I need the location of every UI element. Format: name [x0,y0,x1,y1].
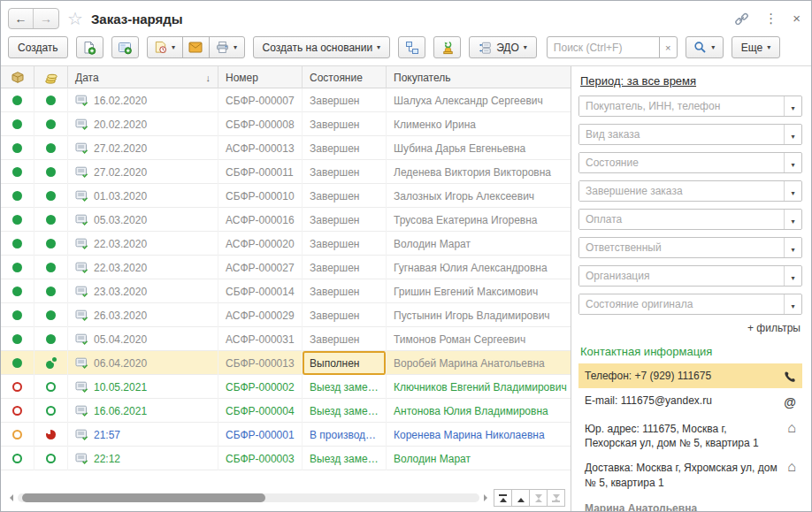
payment-status-cell[interactable] [34,399,68,423]
filter-input[interactable] [579,96,784,116]
number-cell[interactable]: СБФР-000011 [218,160,303,184]
close-icon[interactable]: × [793,11,801,26]
shipment-status-cell[interactable] [1,256,34,279]
period-filter-link[interactable]: Период: за все время [580,74,696,88]
table-row[interactable]: 27.02.2020АСФР-000013ЗавершенШубина Дарь… [1,136,571,160]
table-row[interactable]: 16.02.2020СБФР-000007ЗавершенШалуха Алек… [1,88,571,112]
table-row[interactable]: 01.03.2020СБФР-000010ЗавершенЗалозных Иг… [1,184,571,208]
shipment-status-cell[interactable] [1,399,34,423]
shipment-status-cell[interactable] [1,423,34,447]
column-header-date[interactable]: Дата ↓ [68,66,218,88]
table-row[interactable]: 23.03.2020СБФР-000014ЗавершенГришин Евге… [1,279,571,303]
table-row[interactable]: 22:12СБФР-000003Выезд заме…Володин Марат [1,447,571,470]
payment-status-cell[interactable] [34,88,68,112]
column-header-state[interactable]: Состояние [303,66,387,88]
payment-status-cell[interactable] [34,256,68,279]
shipment-status-cell[interactable] [1,303,34,327]
shipment-status-cell[interactable] [1,327,34,351]
date-cell[interactable]: 20.02.2020 [68,112,218,136]
table-row[interactable]: 22.03.2020АСФР-000020ЗавершенВолодин Мар… [1,232,571,256]
number-cell[interactable]: АСФР-000027 [218,256,303,279]
search-clear-button[interactable]: × [659,36,678,58]
table-row[interactable]: 27.02.2020СБФР-000011ЗавершенЛеденева Ви… [1,160,571,184]
filter-input[interactable] [579,294,784,314]
filter-input[interactable] [579,153,784,172]
create-button[interactable]: Создать [8,36,68,58]
state-cell[interactable]: Завершен [303,184,387,208]
buyer-cell[interactable]: Трусова Екатерина Игоревна [387,208,571,232]
buyer-cell[interactable]: Володин Марат [387,447,571,470]
state-cell[interactable]: Завершен [303,279,387,303]
filter-dropdown-button[interactable]: ▾ [784,96,801,116]
state-cell[interactable]: Завершен [303,232,387,256]
document-history-button[interactable]: ▾ [147,36,183,58]
date-cell[interactable]: 27.02.2020 [68,136,218,160]
state-cell[interactable]: В производ… [303,423,387,447]
filter-dropdown-button[interactable]: ▾ [784,238,801,257]
send-email-button[interactable] [182,36,210,58]
number-cell[interactable]: АСФР-000013 [218,136,303,160]
buyer-cell[interactable]: Антонова Юлия Владимировна [387,399,571,423]
date-cell[interactable]: 22.03.2020 [68,256,218,279]
buyer-cell[interactable]: Володин Марат [387,232,571,256]
table-row[interactable]: 16.06.2021СБФР-000004Выезд заме…Антонова… [1,399,571,423]
new-order-form-button[interactable] [111,36,139,58]
edo-button[interactable]: ЭДО ▾ [469,36,537,58]
buyer-cell[interactable]: Воробей Марина Анатольевна [387,351,571,375]
print-button[interactable]: ▾ [209,36,245,58]
payment-status-cell[interactable] [34,208,68,232]
go-next-button[interactable] [529,489,548,507]
column-header-buyer[interactable]: Покупатель [387,66,571,88]
table-row[interactable]: 21:57СБФР-000001В производ…Коренева Мари… [1,423,571,447]
date-cell[interactable]: 16.02.2020 [68,88,218,112]
number-cell[interactable]: СБФР-000001 [218,423,303,447]
number-cell[interactable]: СБФР-000002 [218,375,303,399]
table-row[interactable]: 05.03.2020АСФР-000016ЗавершенТрусова Ека… [1,208,571,232]
shipment-status-cell[interactable] [1,184,34,208]
shipment-status-cell[interactable] [1,279,34,303]
number-cell[interactable]: АСФР-000031 [218,327,303,351]
filter-input[interactable] [579,210,784,229]
payment-status-cell[interactable] [34,112,68,136]
back-button[interactable]: ← [9,9,34,28]
buyer-cell[interactable]: Клименко Ирина [387,112,571,136]
table-row[interactable]: 10.05.2021СБФР-000002Выезд заме…Ключнико… [1,375,571,399]
filter-input[interactable] [579,125,784,144]
date-cell[interactable]: 01.03.2020 [68,184,218,208]
horizontal-scrollbar[interactable] [18,493,479,502]
filter-dropdown-button[interactable]: ▾ [784,294,801,314]
state-cell[interactable]: Завершен [303,256,387,279]
filter-input[interactable] [579,266,784,286]
payment-status-cell[interactable] [34,136,68,160]
payment-status-cell[interactable] [34,160,68,184]
date-cell[interactable]: 05.03.2020 [68,208,218,232]
state-cell[interactable]: Завершен [303,327,387,351]
column-header-payment[interactable] [34,66,68,88]
kebab-menu-icon[interactable]: ⋮ [764,11,778,26]
shipment-status-cell[interactable] [1,232,34,256]
state-cell[interactable]: Завершен [303,88,387,112]
number-cell[interactable]: СБФР-000004 [218,399,303,423]
number-cell[interactable]: СБФР-000013 [218,351,303,375]
filter-input[interactable] [579,181,784,201]
shipment-status-cell[interactable] [1,351,34,375]
go-last-button[interactable] [547,489,565,507]
buyer-cell[interactable]: Залозных Игорь Алексеевич [387,184,571,208]
date-cell[interactable]: 10.05.2021 [68,375,218,399]
payment-status-cell[interactable] [34,303,68,327]
buyer-cell[interactable]: Леденева Виктория Викторовна [387,160,571,184]
get-link-icon[interactable] [734,11,749,27]
buyer-cell[interactable]: Пустынин Игорь Владимирович [387,303,571,327]
shipment-status-cell[interactable] [1,112,34,136]
filter-dropdown-button[interactable]: ▾ [784,181,801,201]
buyer-cell[interactable]: Гугнавая Юлия Александровна [387,256,571,279]
search-input[interactable] [547,36,660,58]
shipment-status-cell[interactable] [1,160,34,184]
number-cell[interactable]: СБФР-000008 [218,112,303,136]
date-cell[interactable]: 22:12 [68,447,218,470]
state-cell[interactable]: Завершен [303,160,387,184]
number-cell[interactable]: АСФР-000020 [218,232,303,256]
column-header-number[interactable]: Номер [218,66,303,88]
contact-item[interactable]: Юр. адрес: 111675, Москва г, Пехорская у… [578,416,802,455]
payment-status-cell[interactable] [34,351,68,375]
